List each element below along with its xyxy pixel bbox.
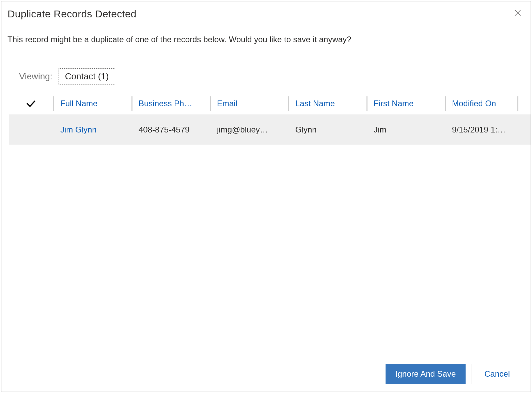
cell-email: jimg@bluey… bbox=[211, 125, 288, 135]
duplicates-grid: Full Name Business Ph… Email Last Name F… bbox=[1, 84, 531, 364]
column-header-modified-on[interactable]: Modified On bbox=[446, 99, 517, 108]
cancel-button[interactable]: Cancel bbox=[471, 364, 523, 384]
table-row[interactable]: Jim Glynn 408-875-4579 jimg@bluey… Glynn… bbox=[9, 114, 531, 145]
cell-first-name: Jim bbox=[367, 125, 445, 135]
column-header-full-name[interactable]: Full Name bbox=[54, 99, 131, 108]
column-header-first-name[interactable]: First Name bbox=[367, 99, 445, 108]
column-separator bbox=[517, 96, 518, 111]
cell-full-name[interactable]: Jim Glynn bbox=[54, 125, 131, 135]
column-header-last-name[interactable]: Last Name bbox=[289, 99, 366, 108]
grid-body: Jim Glynn 408-875-4579 jimg@bluey… Glynn… bbox=[9, 114, 531, 145]
duplicate-records-dialog: Duplicate Records Detected This record m… bbox=[1, 1, 531, 392]
column-header-email[interactable]: Email bbox=[211, 99, 288, 108]
viewing-tab-contact[interactable]: Contact (1) bbox=[59, 68, 115, 84]
dialog-header: Duplicate Records Detected bbox=[1, 1, 531, 23]
cell-modified-on: 9/15/2019 1:… bbox=[446, 125, 517, 135]
dialog-title: Duplicate Records Detected bbox=[7, 8, 137, 20]
dialog-message: This record might be a duplicate of one … bbox=[1, 23, 531, 45]
viewing-label: Viewing: bbox=[19, 71, 52, 82]
grid-header-row: Full Name Business Ph… Email Last Name F… bbox=[9, 93, 531, 114]
cell-last-name: Glynn bbox=[289, 125, 366, 135]
close-button[interactable] bbox=[512, 7, 523, 18]
close-icon bbox=[514, 10, 521, 16]
viewing-row: Viewing: Contact (1) bbox=[1, 45, 531, 84]
column-header-select[interactable] bbox=[9, 100, 53, 107]
ignore-and-save-button[interactable]: Ignore And Save bbox=[386, 364, 466, 384]
checkmark-icon bbox=[26, 100, 36, 107]
column-header-business-phone[interactable]: Business Ph… bbox=[132, 99, 210, 108]
dialog-footer: Ignore And Save Cancel bbox=[1, 364, 531, 392]
cell-business-phone: 408-875-4579 bbox=[132, 125, 210, 135]
